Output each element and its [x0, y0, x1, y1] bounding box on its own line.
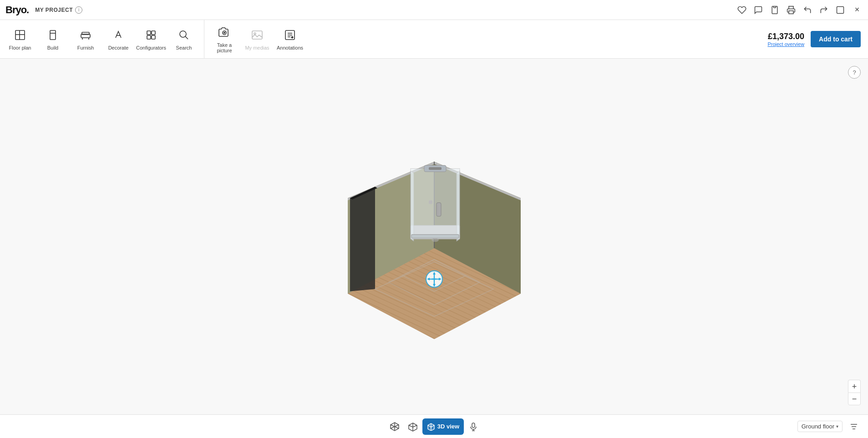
room-scene [311, 126, 557, 339]
svg-marker-37 [350, 187, 375, 292]
furnish-icon [79, 29, 92, 43]
main-tools: Floor plan Build Furnish [4, 20, 200, 58]
view-controls: 3D view [386, 418, 482, 435]
project-info-icon[interactable]: i [75, 6, 82, 14]
svg-line-18 [185, 36, 188, 39]
svg-rect-21 [252, 31, 262, 39]
svg-rect-14 [152, 31, 155, 35]
bottom-right-controls: Ground floor ▾ [797, 420, 861, 433]
take-picture-tool[interactable]: Take a picture [208, 22, 241, 56]
top-bar: Bryo. MY PROJECT i × [0, 0, 868, 20]
floor-plan-icon [14, 29, 26, 43]
svg-rect-13 [147, 31, 151, 35]
viewport[interactable]: ? [0, 59, 868, 414]
svg-rect-50 [429, 201, 432, 204]
floor-plan-tool[interactable]: Floor plan [4, 22, 36, 56]
room-svg [311, 126, 557, 339]
plan-3d-button[interactable] [386, 418, 403, 435]
image-icon [251, 29, 264, 43]
filter-button[interactable] [847, 420, 861, 433]
search-icon [178, 29, 190, 43]
decorate-label: Decorate [108, 45, 129, 50]
floor-plan-label: Floor plan [9, 45, 31, 50]
svg-point-20 [223, 32, 225, 34]
svg-rect-0 [774, 6, 776, 7]
message-icon[interactable] [753, 5, 763, 15]
furnish-label: Furnish [77, 45, 94, 50]
zoom-controls: + − [848, 380, 861, 405]
my-medias-label: My medias [245, 45, 269, 50]
svg-rect-51 [411, 235, 459, 238]
svg-rect-48 [429, 167, 442, 170]
svg-point-52 [431, 238, 439, 242]
take-picture-label: Take a picture [210, 42, 239, 53]
heart-icon[interactable] [737, 5, 747, 15]
build-icon [46, 29, 59, 43]
annotations-label: Annotations [277, 45, 303, 50]
svg-rect-9 [82, 32, 89, 35]
annotations-icon [284, 29, 296, 43]
undo-icon[interactable] [802, 5, 812, 15]
furnish-tool[interactable]: Furnish [69, 22, 102, 56]
configurators-icon [145, 29, 157, 43]
svg-rect-6 [50, 30, 56, 40]
3d-view-label: 3D view [437, 423, 459, 430]
configurators-label: Configurators [136, 45, 166, 50]
toolbar: Floor plan Build Furnish [0, 20, 868, 59]
svg-rect-68 [472, 423, 475, 428]
app-logo: Bryo. [5, 4, 29, 16]
decorate-tool[interactable]: Decorate [102, 22, 135, 56]
project-overview-link[interactable]: Project overview [767, 41, 804, 47]
save-icon[interactable] [835, 5, 845, 15]
print-icon[interactable] [786, 5, 796, 15]
my-medias-tool[interactable]: My medias [241, 22, 274, 56]
floor-label: Ground floor [802, 423, 834, 430]
bottom-bar: 3D view Ground floor ▾ [0, 414, 868, 438]
svg-rect-2 [837, 6, 844, 13]
configurators-tool[interactable]: Configurators [135, 22, 168, 56]
floor-chevron-icon: ▾ [836, 424, 838, 429]
close-button[interactable]: × [852, 5, 863, 15]
top-bar-right: × [737, 5, 863, 15]
price-section: £1,373.00 Project overview [767, 32, 804, 47]
camera-icon [218, 26, 231, 40]
zoom-in-button[interactable]: + [848, 380, 861, 393]
svg-rect-1 [789, 10, 793, 14]
svg-rect-46 [411, 169, 460, 239]
3d-view-button[interactable]: 3D view [422, 418, 464, 435]
svg-line-63 [409, 425, 413, 427]
svg-rect-16 [152, 35, 155, 39]
svg-rect-15 [147, 35, 151, 39]
floor-selector[interactable]: Ground floor ▾ [797, 421, 843, 432]
price-value: £1,373.00 [767, 32, 804, 41]
zoom-out-button[interactable]: − [848, 393, 861, 405]
move-cursor-icon [425, 270, 444, 289]
decorate-icon [112, 29, 125, 43]
svg-rect-49 [437, 203, 441, 216]
annotations-tool[interactable]: Annotations [274, 22, 306, 56]
project-name: MY PROJECT [35, 7, 73, 13]
mic-button[interactable] [465, 418, 482, 435]
3d-view-outline-button[interactable] [404, 418, 421, 435]
redo-icon[interactable] [819, 5, 829, 15]
add-to-cart-button[interactable]: Add to cart [811, 31, 861, 47]
search-tool[interactable]: Search [168, 22, 200, 56]
svg-rect-3 [15, 30, 25, 40]
svg-point-17 [180, 31, 186, 37]
help-button[interactable]: ? [848, 66, 861, 79]
build-tool[interactable]: Build [36, 22, 69, 56]
secondary-tools: Take a picture My medias [204, 20, 306, 58]
clipboard-icon[interactable] [770, 5, 780, 15]
build-label: Build [47, 45, 58, 50]
cart-area: £1,373.00 Project overview Add to cart [767, 31, 864, 47]
search-label: Search [176, 45, 192, 50]
